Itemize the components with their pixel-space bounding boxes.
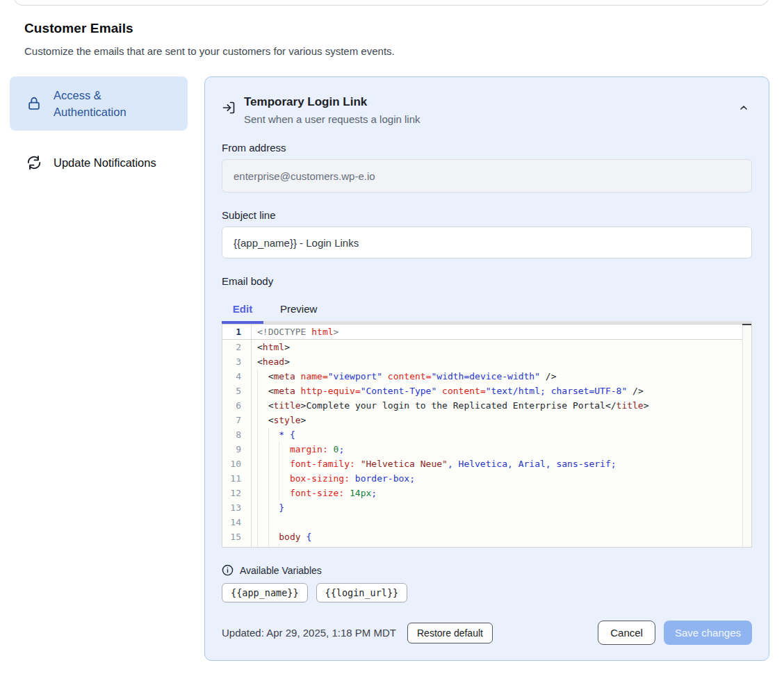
restore-default-button[interactable]: Restore default (407, 623, 493, 643)
sidebar-item-update-notifications[interactable]: Update Notifications (10, 145, 188, 181)
line-number: 16 (222, 544, 252, 548)
panel-footer: Updated: Apr 29, 2025, 1:18 PM MDT Resto… (222, 621, 752, 645)
content-row: Access & Authentication Update Notificat… (10, 76, 769, 661)
code-line[interactable]: 14 (222, 515, 751, 530)
page-subtitle: Customize the emails that are sent to yo… (24, 45, 760, 57)
available-variables-label: Available Variables (240, 565, 322, 576)
available-variables-row: Available Variables (222, 564, 752, 576)
tab-edit[interactable]: Edit (222, 297, 263, 321)
cancel-button[interactable]: Cancel (598, 621, 655, 645)
line-number: 7 (222, 413, 252, 427)
email-settings-panel: Temporary Login Link Sent when a user re… (204, 76, 769, 661)
chevron-up-icon (738, 102, 749, 113)
info-icon (222, 564, 234, 576)
variable-chip-app-name[interactable]: {{app_name}} (222, 583, 308, 602)
code-line[interactable]: 10font-family: "Helvetica Neue", Helveti… (222, 457, 751, 471)
sidebar-item-access-authentication[interactable]: Access & Authentication (10, 76, 188, 131)
code-editor-lines: 1<!DOCTYPE html>2<html>3<head>4<meta nam… (222, 324, 751, 548)
code-line[interactable]: 4<meta name="viewport" content="width=de… (222, 369, 751, 384)
from-address-input[interactable] (222, 159, 752, 192)
code-line[interactable]: 8* { (222, 427, 751, 442)
line-number: 14 (222, 515, 252, 530)
code-line[interactable]: 6<title>Complete your login to the Repli… (222, 398, 751, 413)
from-address-label: From address (222, 142, 752, 154)
sidebar-item-label: Update Notifications (54, 154, 156, 171)
sidebar-item-label: Access & Authentication (54, 87, 177, 120)
login-icon (222, 101, 236, 115)
code-line[interactable]: 12font-size: 14px; (222, 486, 751, 500)
email-body-label: Email body (222, 275, 752, 287)
line-number: 8 (222, 427, 252, 442)
line-number: 13 (222, 500, 252, 515)
line-number: 5 (222, 384, 252, 398)
lock-icon (26, 96, 42, 111)
editor-scrollbar-thumb[interactable] (742, 321, 751, 325)
updated-timestamp: Updated: Apr 29, 2025, 1:18 PM MDT (222, 627, 396, 639)
line-number: 15 (222, 530, 252, 544)
code-line[interactable]: 13} (222, 500, 751, 515)
line-number: 4 (222, 369, 252, 384)
code-line[interactable]: 9margin: 0; (222, 442, 751, 457)
line-number: 11 (222, 471, 252, 486)
email-body-tabs: Edit Preview (222, 297, 752, 321)
line-number: 3 (222, 354, 252, 369)
code-line[interactable]: 2<html> (222, 340, 751, 354)
code-line[interactable]: 11box-sizing: border-box; (222, 471, 751, 486)
variable-chips: {{app_name}} {{login_url}} (222, 583, 752, 602)
panel-header: Temporary Login Link Sent when a user re… (222, 95, 752, 125)
editor-scrollbar-track[interactable] (742, 324, 751, 547)
code-line[interactable]: 16background-color: #f9f9f9; (222, 544, 751, 548)
page-header: Customer Emails Customize the emails tha… (0, 0, 784, 57)
code-editor[interactable]: 1<!DOCTYPE html>2<html>3<head>4<meta nam… (222, 321, 752, 548)
line-number: 1 (222, 325, 252, 339)
variable-chip-login-url[interactable]: {{login_url}} (316, 583, 408, 602)
previous-card-edge (14, 0, 769, 6)
panel-subtitle: Sent when a user requests a login link (244, 113, 727, 125)
code-line[interactable]: 15body { (222, 530, 751, 544)
code-line[interactable]: 7<style> (222, 413, 751, 427)
sidebar: Access & Authentication Update Notificat… (10, 76, 188, 181)
code-line[interactable]: 5<meta http-equiv="Content-Type" content… (222, 384, 751, 398)
subject-line-input[interactable] (222, 227, 752, 259)
code-line[interactable]: 1<!DOCTYPE html> (222, 324, 751, 340)
line-number: 12 (222, 486, 252, 500)
save-changes-button[interactable]: Save changes (664, 621, 752, 645)
line-number: 6 (222, 398, 252, 413)
panel-title: Temporary Login Link (244, 95, 727, 109)
tab-preview[interactable]: Preview (280, 297, 317, 321)
line-number: 2 (222, 340, 252, 354)
subject-line-label: Subject line (222, 209, 752, 221)
collapse-button[interactable] (735, 99, 752, 116)
panel-titles: Temporary Login Link Sent when a user re… (244, 95, 727, 125)
line-number: 9 (222, 442, 252, 457)
page-title: Customer Emails (24, 21, 760, 36)
refresh-icon (26, 155, 42, 170)
code-line[interactable]: 3<head> (222, 354, 751, 369)
line-number: 10 (222, 457, 252, 471)
